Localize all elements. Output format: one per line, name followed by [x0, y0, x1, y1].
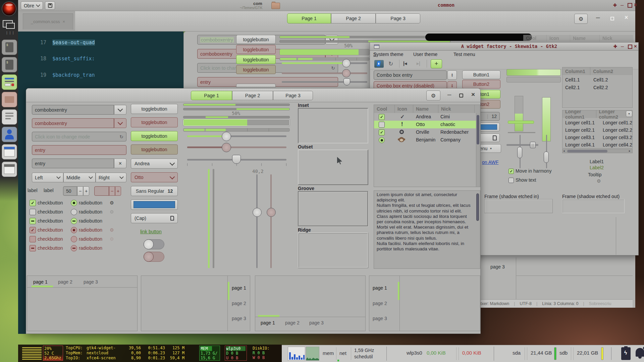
tree-row-orville[interactable]: ✓ Orville Redenbacher: [374, 128, 480, 136]
nb2-tab-page2[interactable]: page 2: [232, 301, 246, 306]
skip-start-icon[interactable]: |◂: [403, 61, 407, 66]
dock-document-icon[interactable]: [2, 109, 17, 125]
fg-file-button[interactable]: (Cap): [131, 213, 178, 223]
nb2-tab-page3[interactable]: page 3: [232, 316, 246, 321]
dock-user-icon[interactable]: [2, 127, 17, 142]
fg-vscale-green[interactable]: [208, 169, 210, 268]
gtk2-button1[interactable]: Button1: [462, 70, 500, 79]
fg-tab-page2[interactable]: Page 2: [232, 91, 273, 100]
gear-icon[interactable]: ⚙: [110, 200, 114, 205]
editor-tab[interactable]: _common.scss ×: [23, 13, 73, 29]
fg-togglebutton-1[interactable]: togglebutton: [131, 104, 178, 114]
mem-label[interactable]: mem: [323, 350, 334, 356]
nb4-tab-page2[interactable]: page 2: [373, 301, 387, 306]
notification-bell-icon[interactable]: [636, 348, 644, 357]
gear-icon[interactable]: ⚙: [110, 209, 114, 215]
switch-handle[interactable]: [144, 239, 154, 249]
fg-mode-entry[interactable]: Click icon to change mode↻: [32, 132, 126, 141]
gtk2-table2[interactable]: Longer column1 Longer column2 Longer cel…: [562, 110, 633, 148]
gtk2-titlebar[interactable]: A widget factory - Skewaita - Gtk2 ✚ ─ ×: [370, 43, 638, 51]
text-scrollbar-thumb[interactable]: [476, 193, 479, 221]
nb1-tab-page2[interactable]: page 2: [58, 279, 72, 285]
tree-scrollbar-thumb[interactable]: [477, 115, 479, 144]
fg-togglebutton-3[interactable]: togglebutton: [131, 131, 178, 141]
fg-maximize-icon[interactable]: [459, 94, 463, 98]
cpu-graph[interactable]: [288, 347, 305, 361]
save-icon-button[interactable]: [45, 1, 55, 10]
dock-script-icon-1[interactable]: $: [2, 40, 17, 55]
tab-close-icon[interactable]: ×: [63, 19, 65, 24]
common-tab-page3[interactable]: Page 3: [376, 13, 420, 23]
gtk2-hslider-handle[interactable]: [530, 142, 536, 148]
tree-row-benjamin[interactable]: Benjamin Company: [374, 136, 480, 144]
cpu-freq-item[interactable]: 1,59 GHz schedutil: [354, 347, 374, 360]
common-maximize-icon[interactable]: [610, 17, 614, 20]
fg-textview[interactable]: Lorem ipsum dolor sit amet, consectetur …: [374, 190, 480, 269]
fg-spin-minus[interactable]: −: [77, 186, 83, 196]
open-button[interactable]: Obre: [21, 1, 43, 10]
fg-justify-middle[interactable]: Middle: [63, 173, 96, 182]
harmony-checkbox[interactable]: ✓: [508, 169, 514, 174]
maximize-button[interactable]: [628, 45, 632, 49]
refresh-icon[interactable]: ↻: [119, 134, 123, 139]
maximize-button[interactable]: [628, 3, 632, 8]
common-minimize-icon[interactable]: ─: [596, 15, 600, 21]
table2-hscrollbar[interactable]: ◂ ▸: [562, 149, 633, 153]
fg-combo1-arrow[interactable]: [114, 105, 126, 115]
fg-gear-button[interactable]: ⚙: [426, 90, 440, 101]
checkbutton-3[interactable]: [30, 218, 36, 224]
common-scale-1-handle[interactable]: [342, 59, 351, 67]
common-togglebutton-1[interactable]: togglebutton: [236, 35, 276, 44]
fg-scale-1[interactable]: [187, 135, 286, 137]
common-page3-tab[interactable]: page 3: [490, 264, 505, 269]
fg-tab-page3[interactable]: Page 3: [273, 91, 313, 100]
fg-scale-1-handle[interactable]: [222, 132, 231, 141]
close-button[interactable]: ×: [634, 2, 637, 8]
fg-comboboxentry-1[interactable]: comboboxentry: [32, 105, 114, 115]
fg-entry-2[interactable]: entry: [32, 159, 114, 168]
fg-justify-right[interactable]: Right: [96, 173, 126, 182]
nb3-tab-page1[interactable]: page 1: [261, 320, 275, 325]
add-button[interactable]: +: [431, 59, 442, 68]
minimize-button[interactable]: ─: [621, 44, 624, 49]
menu-test-menu-label[interactable]: Test menu: [453, 52, 475, 57]
stick-button[interactable]: ✚: [613, 44, 617, 49]
gtk2-link[interactable]: on AWF: [482, 160, 498, 165]
dock-grip[interactable]: ❘❘❘: [5, 31, 15, 35]
dock-window-icon-2[interactable]: [2, 162, 17, 177]
menu-system-theme-label[interactable]: System theme: [373, 52, 403, 57]
nb3-tab-page2[interactable]: page 2: [285, 320, 300, 325]
menu-user-theme-label[interactable]: User theme: [413, 52, 437, 57]
checkbutton-2[interactable]: [30, 209, 36, 215]
net-label[interactable]: net: [339, 350, 346, 356]
fg-justify-left[interactable]: Left: [32, 173, 63, 182]
gtk2-table1[interactable]: Column1 Column2 Cell1.1Cell1.2 Cell2.1Ce…: [562, 67, 633, 108]
common-tab-page2[interactable]: Page 2: [331, 13, 376, 23]
wifi-interface[interactable]: wlp3s0: [407, 350, 422, 356]
fg-font-button[interactable]: Sans Regular12: [131, 186, 178, 196]
dock-script-icon-2[interactable]: $: [2, 57, 17, 72]
fg-tab-page1[interactable]: Page 1: [191, 91, 232, 100]
gtk2-combo-entry[interactable]: Combo box entry: [374, 70, 447, 80]
fg-spin-plus[interactable]: +: [83, 186, 89, 196]
dock-window-icon-1[interactable]: [2, 144, 17, 160]
nb4-tab-page1[interactable]: page 1: [373, 285, 387, 291]
nb3-tab-page3[interactable]: page 3: [309, 320, 324, 325]
fg-vslider-1-handle[interactable]: [253, 208, 262, 217]
nb4-tab-page3[interactable]: page 3: [373, 316, 387, 321]
refresh-icon[interactable]: ↻: [331, 65, 335, 71]
common-scale-1[interactable]: [282, 62, 367, 64]
common-tab-page1[interactable]: Page 1: [287, 13, 331, 23]
common-gear-button[interactable]: ⚙: [574, 14, 588, 24]
common-scale-3-handle[interactable]: [343, 78, 350, 85]
dock-archive-icon[interactable]: [2, 92, 17, 107]
fg-vscale-gray[interactable]: [213, 169, 214, 268]
checkbutton-1[interactable]: ✓: [30, 200, 36, 206]
table2-dropdown[interactable]: ▾: [626, 111, 632, 117]
fg-vslider-1-track[interactable]: [256, 174, 258, 268]
battery-icon[interactable]: ϟ: [621, 347, 631, 360]
fg-spinbutton[interactable]: 50: [63, 186, 77, 196]
sdb-label[interactable]: sdb: [559, 350, 568, 356]
fg-entry-clear-button[interactable]: ×: [114, 159, 126, 168]
common-close-icon[interactable]: ×: [625, 14, 628, 21]
